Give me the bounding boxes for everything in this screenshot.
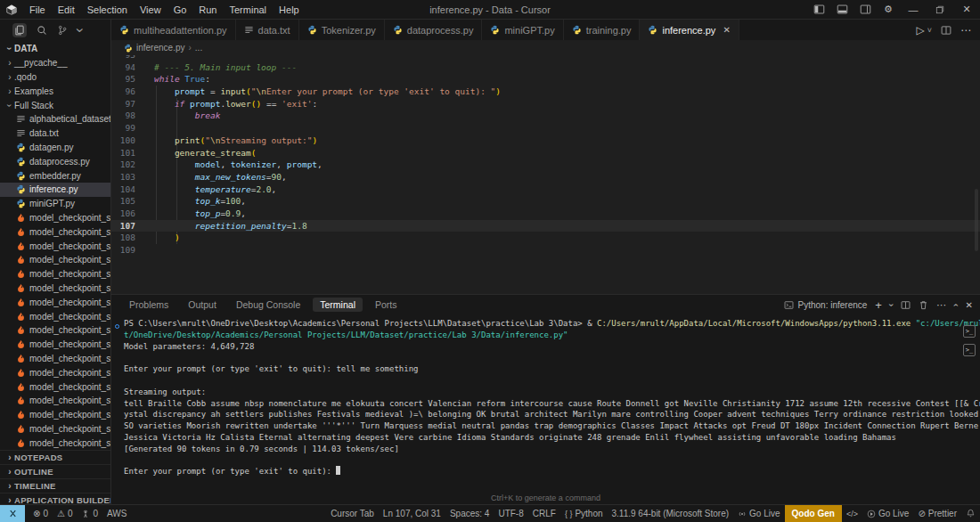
tab-multiheadattention.py[interactable]: multiheadattention.py xyxy=(111,20,236,40)
status-notifications[interactable] xyxy=(961,505,980,522)
panel-tab-debug-console[interactable]: Debug Console xyxy=(229,298,307,312)
status-python-interpreter[interactable]: 3.11.9 64-bit (Microsoft Store) xyxy=(608,505,734,522)
status-encoding[interactable]: UTF-8 xyxy=(494,505,527,522)
section-application-builder[interactable]: ›APPLICATION BUILDER xyxy=(0,493,110,504)
minimize-icon[interactable]: — xyxy=(900,0,927,20)
run-dropdown-icon[interactable]: ˅ xyxy=(927,26,932,35)
tab-training.py[interactable]: training.py xyxy=(564,20,641,40)
tree-item-model_checkpoint_ste-[interactable]: model_checkpoint_ste... xyxy=(0,253,110,267)
status-remote-indicator[interactable] xyxy=(0,505,25,522)
close-icon[interactable]: ✕ xyxy=(953,0,980,20)
menu-run[interactable]: Run xyxy=(192,4,223,15)
tab-dataprocess.py[interactable]: dataprocess.py xyxy=(385,20,483,40)
status-go-live-2[interactable]: Go Live xyxy=(862,505,913,522)
tree-item-model_checkpoint_ste-[interactable]: model_checkpoint_ste... xyxy=(0,436,110,450)
menu-view[interactable]: View xyxy=(134,4,167,15)
menu-file[interactable]: File xyxy=(23,4,52,15)
status-warning-count[interactable]: ⚠0 xyxy=(53,505,78,522)
tree-item-model_checkpoint_ste-[interactable]: model_checkpoint_ste... xyxy=(0,267,110,281)
tree-item-embedder-py[interactable]: embedder.py xyxy=(0,168,110,183)
tab-inference.py[interactable]: inference.py✕ xyxy=(640,20,739,40)
split-editor-icon[interactable] xyxy=(941,25,951,36)
tree-item-model_checkpoint_ste-[interactable]: model_checkpoint_ste... xyxy=(0,295,110,309)
menu-selection[interactable]: Selection xyxy=(81,4,134,15)
layout-sidebar-left-icon[interactable] xyxy=(807,0,830,20)
terminal-output[interactable]: PS C:\Users\mrult\OneDrive\Desktop\Acade… xyxy=(111,314,980,505)
tree-item-model_checkpoint_ste-[interactable]: model_checkpoint_ste... xyxy=(0,224,110,239)
menu-terminal[interactable]: Terminal xyxy=(224,4,274,15)
status-error-count[interactable]: ⊗0 xyxy=(29,505,53,522)
close-panel-icon[interactable]: ✕ xyxy=(966,300,973,310)
tree-item-model_checkpoint_ste-[interactable]: model_checkpoint_ste... xyxy=(0,408,110,422)
section-outline[interactable]: ›OUTLINE xyxy=(0,464,110,478)
code-editor[interactable]: 9394# --- 5. Main input loop ---95while … xyxy=(111,55,980,294)
tab-Tokenizer.py[interactable]: Tokenizer.py xyxy=(299,20,385,40)
tree-item-minigpt-py[interactable]: miniGPT.py xyxy=(0,197,110,211)
tree-item-model_checkpoint_ste-[interactable]: model_checkpoint_ste... xyxy=(0,394,110,408)
tree-item-datagen-py[interactable]: datagen.py xyxy=(0,141,110,155)
tree-item-model_checkpoint_ste-[interactable]: model_checkpoint_ste... xyxy=(0,323,110,338)
panel-tab-problems[interactable]: Problems xyxy=(122,298,176,312)
status-aws[interactable]: AWS xyxy=(102,505,131,522)
tab-miniGPT.py[interactable]: miniGPT.py xyxy=(482,20,563,40)
status-go-live-1[interactable]: Go Live xyxy=(733,505,784,522)
maximize-panel-icon[interactable]: › xyxy=(954,300,957,310)
more-actions-icon[interactable]: ⋯ xyxy=(960,24,971,37)
terminal-dropdown-icon[interactable]: › xyxy=(890,300,893,310)
tree-item-alphabetical_dataset-txt[interactable]: alphabetical_dataset.txt xyxy=(0,112,110,126)
status-prettier[interactable]: ⊘Prettier xyxy=(913,505,961,522)
section-timeline[interactable]: ›TIMELINE xyxy=(0,478,110,493)
explorer-icon[interactable] xyxy=(12,23,27,37)
tree-item-model_checkpoint_ste-[interactable]: model_checkpoint_ste... xyxy=(0,338,110,352)
search-icon[interactable] xyxy=(37,25,47,36)
tree-item-examples[interactable]: ›Examples xyxy=(0,84,110,98)
section-notepads[interactable]: ›NOTEPADS xyxy=(0,450,110,464)
tree-item-model_checkpoint_ste-[interactable]: model_checkpoint_ste... xyxy=(0,365,110,379)
panel-more-icon[interactable]: ⋯ xyxy=(936,299,946,311)
status-indentation[interactable]: Spaces: 4 xyxy=(445,505,494,522)
command-decoration-icon[interactable] xyxy=(115,324,119,329)
status-eol[interactable]: CRLF xyxy=(528,505,560,522)
restore-icon[interactable] xyxy=(927,0,953,20)
tree-item-model_checkpoint_ste-[interactable]: model_checkpoint_ste... xyxy=(0,422,110,436)
tree-item-model_checkpoint_ste-[interactable]: model_checkpoint_ste... xyxy=(0,352,110,366)
menu-go[interactable]: Go xyxy=(167,4,193,15)
tree-item-dataprocess-py[interactable]: dataprocess.py xyxy=(0,154,110,168)
tree-item-model_checkpoint_ste-[interactable]: model_checkpoint_ste... xyxy=(0,309,110,323)
run-python-icon[interactable]: ▷ xyxy=(917,24,925,37)
breadcrumb-symbol[interactable]: ... xyxy=(195,43,202,53)
kill-terminal-icon[interactable] xyxy=(919,300,928,310)
status-port-count[interactable]: 0 xyxy=(77,505,102,522)
tab-data.txt[interactable]: data.txt xyxy=(236,20,299,40)
new-terminal-icon[interactable]: + xyxy=(875,298,882,312)
breadcrumb[interactable]: inference.py › ... xyxy=(111,40,980,55)
status-cursor-position[interactable]: Ln 107, Col 31 xyxy=(379,505,445,522)
gear-icon[interactable]: ⚙ xyxy=(877,0,900,20)
terminal-icon[interactable]: >_ xyxy=(963,344,976,356)
menu-help[interactable]: Help xyxy=(273,4,306,15)
status-language-mode[interactable]: { }Python xyxy=(560,505,608,522)
status-code-toggle[interactable]: </> xyxy=(842,505,862,522)
source-control-icon[interactable] xyxy=(57,25,68,36)
panel-tab-output[interactable]: Output xyxy=(181,298,224,312)
breadcrumb-file[interactable]: inference.py xyxy=(136,43,184,53)
tree-item-model_checkpoint_ste-[interactable]: model_checkpoint_ste... xyxy=(0,239,110,253)
split-terminal-icon[interactable] xyxy=(901,300,911,310)
tree-item-inference-py[interactable]: inference.py xyxy=(0,183,110,197)
chevron-down-icon[interactable]: › xyxy=(78,22,82,38)
layout-panel-icon[interactable] xyxy=(830,0,853,20)
terminal-icon[interactable]: >_ xyxy=(963,325,976,338)
tree-item-full-stack[interactable]: ›Full Stack xyxy=(0,98,110,112)
tree-item-__pycache__[interactable]: ›__pycache__ xyxy=(0,56,110,70)
panel-tab-terminal[interactable]: Terminal xyxy=(313,298,363,312)
close-tab-icon[interactable]: ✕ xyxy=(723,25,730,35)
tree-item-model_checkpoint_ste-[interactable]: model_checkpoint_ste... xyxy=(0,379,110,394)
status-qodo-gen[interactable]: Qodo Gen xyxy=(785,505,842,522)
terminal-instance[interactable]: Python: inference xyxy=(784,300,868,310)
status-cursor-tab[interactable]: Cursor Tab xyxy=(326,505,379,522)
editor-scrollbar[interactable] xyxy=(975,189,978,251)
tree-item--qodo[interactable]: ›.qodo xyxy=(0,70,110,85)
menu-edit[interactable]: Edit xyxy=(52,4,81,15)
tree-item-model_checkpoint_ste-[interactable]: model_checkpoint_ste... xyxy=(0,281,110,296)
tree-root-data[interactable]: ›DATA xyxy=(0,42,110,56)
